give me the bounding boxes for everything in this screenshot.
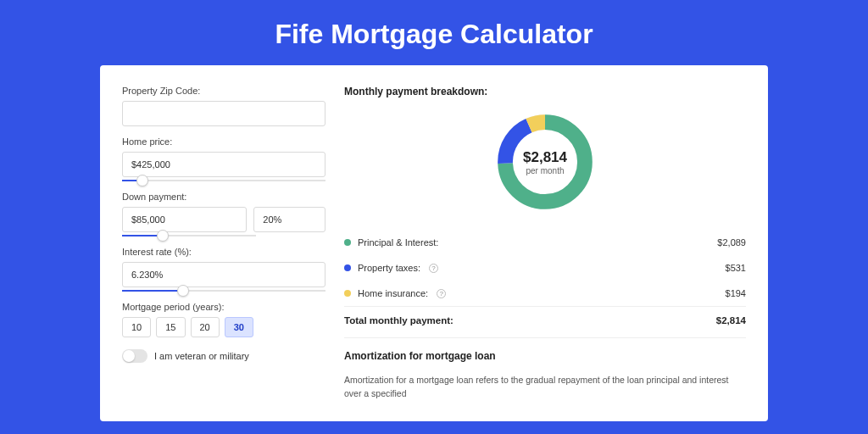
down-payment-amount-input[interactable] — [122, 207, 247, 232]
donut-center: $2,814 per month — [492, 109, 598, 214]
legend-row: Home insurance:?$194 — [344, 281, 746, 306]
home-price-label: Home price: — [122, 136, 326, 147]
legend-label: Property taxes: — [358, 263, 420, 273]
period-field: Mortgage period (years): 10152030 — [122, 302, 326, 337]
slider-thumb[interactable] — [177, 285, 189, 297]
amortization-text: Amortization for a mortgage loan refers … — [344, 374, 746, 401]
legend-value: $531 — [726, 263, 746, 273]
home-price-input[interactable] — [122, 152, 326, 177]
veteran-row: I am veteran or military — [122, 349, 326, 363]
legend-value: $2,089 — [717, 237, 746, 248]
legend-label: Home insurance: — [358, 288, 428, 298]
legend-row: Property taxes:?$531 — [344, 255, 746, 281]
down-payment-percent-input[interactable] — [253, 207, 326, 232]
donut-sub: per month — [526, 166, 564, 175]
veteran-toggle[interactable] — [122, 349, 147, 363]
home-price-field: Home price: — [122, 136, 326, 181]
zip-field: Property Zip Code: — [122, 86, 326, 126]
home-price-slider[interactable] — [122, 180, 326, 181]
calculator-card: Property Zip Code: Home price: Down paym… — [100, 65, 768, 421]
total-label: Total monthly payment: — [344, 315, 453, 326]
legend-value: $194 — [726, 288, 746, 298]
interest-field: Interest rate (%): — [122, 247, 326, 292]
period-button-15[interactable]: 15 — [156, 317, 185, 337]
toggle-knob — [123, 350, 135, 362]
period-button-30[interactable]: 30 — [225, 317, 253, 337]
period-button-10[interactable]: 10 — [122, 317, 151, 337]
help-icon[interactable]: ? — [437, 289, 446, 298]
total-value: $2,814 — [716, 315, 746, 326]
donut-chart: $2,814 per month — [344, 109, 746, 214]
legend-list: Principal & Interest:$2,089Property taxe… — [344, 230, 746, 306]
veteran-label: I am veteran or military — [154, 351, 249, 361]
breakdown-panel: Monthly payment breakdown: $2,814 per mo… — [344, 86, 746, 421]
legend-dot-icon — [344, 290, 351, 297]
page-title: Fife Mortgage Calculator — [0, 0, 868, 65]
down-payment-label: Down payment: — [122, 192, 326, 202]
slider-thumb[interactable] — [157, 230, 169, 242]
zip-input[interactable] — [122, 101, 326, 126]
legend-dot-icon — [344, 239, 351, 246]
interest-label: Interest rate (%): — [122, 247, 326, 257]
help-icon[interactable]: ? — [429, 264, 438, 273]
period-label: Mortgage period (years): — [122, 302, 326, 312]
period-button-20[interactable]: 20 — [191, 317, 220, 337]
input-panel: Property Zip Code: Home price: Down paym… — [122, 86, 326, 421]
donut-value: $2,814 — [523, 149, 567, 166]
legend-label: Principal & Interest: — [358, 237, 438, 248]
amortization-section: Amortization for mortgage loan Amortizat… — [344, 337, 746, 401]
legend-row: Principal & Interest:$2,089 — [344, 230, 746, 255]
slider-thumb[interactable] — [136, 175, 148, 186]
down-payment-field: Down payment: — [122, 192, 326, 236]
amortization-heading: Amortization for mortgage loan — [344, 350, 746, 362]
breakdown-heading: Monthly payment breakdown: — [344, 86, 746, 97]
legend-dot-icon — [344, 264, 351, 271]
interest-slider[interactable] — [122, 290, 326, 292]
total-row: Total monthly payment: $2,814 — [344, 306, 746, 337]
interest-input[interactable] — [122, 262, 326, 287]
zip-label: Property Zip Code: — [122, 86, 326, 96]
down-payment-slider[interactable] — [122, 235, 256, 236]
